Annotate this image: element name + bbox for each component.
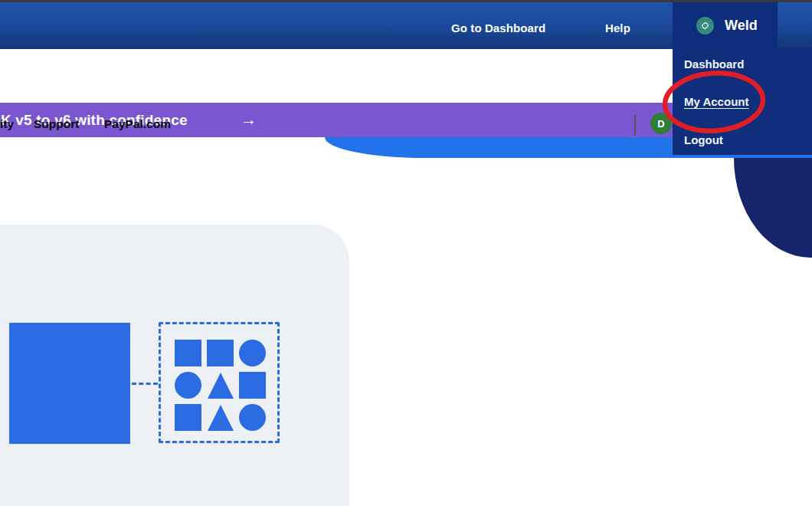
illustration-card bbox=[0, 225, 349, 506]
help-link[interactable]: Help bbox=[605, 21, 630, 34]
circle-shape bbox=[239, 340, 266, 366]
square-shape bbox=[239, 372, 266, 399]
solid-square-illustration bbox=[9, 323, 130, 444]
nav-item-support[interactable]: Support bbox=[34, 117, 79, 131]
account-dropdown-menu: Dashboard My Account Logout bbox=[673, 48, 812, 155]
square-shape bbox=[207, 340, 234, 366]
account-name: Weld bbox=[725, 18, 758, 34]
menu-item-my-account[interactable]: My Account bbox=[684, 95, 748, 108]
user-avatar[interactable]: D bbox=[650, 113, 672, 134]
dashed-connector-line bbox=[132, 383, 158, 385]
dashed-border-box bbox=[159, 322, 280, 443]
nav-item-community-truncated[interactable]: ity bbox=[0, 117, 14, 131]
square-shape bbox=[175, 340, 201, 366]
go-to-dashboard-link[interactable]: Go to Dashboard bbox=[451, 21, 545, 34]
circle-shape bbox=[239, 404, 266, 431]
page: DK v5 to v6 with confidence → Go to Dash… bbox=[0, 0, 812, 506]
circle-shape bbox=[175, 372, 201, 399]
nav-item-paypal-com[interactable]: PayPal.com bbox=[104, 117, 171, 131]
triangle-shape bbox=[208, 405, 234, 431]
triangle-shape bbox=[208, 373, 234, 399]
hero-corner-blob bbox=[734, 158, 812, 258]
square-shape bbox=[175, 404, 201, 431]
window-top-strip bbox=[0, 0, 812, 2]
menu-item-logout[interactable]: Logout bbox=[684, 133, 723, 146]
weld-avatar-icon bbox=[696, 17, 714, 34]
shape-grid bbox=[175, 340, 266, 431]
account-menu-button[interactable]: Weld bbox=[673, 2, 778, 48]
arrow-right-icon: → bbox=[241, 103, 257, 137]
nav-divider bbox=[634, 115, 636, 136]
menu-item-dashboard[interactable]: Dashboard bbox=[684, 58, 744, 71]
